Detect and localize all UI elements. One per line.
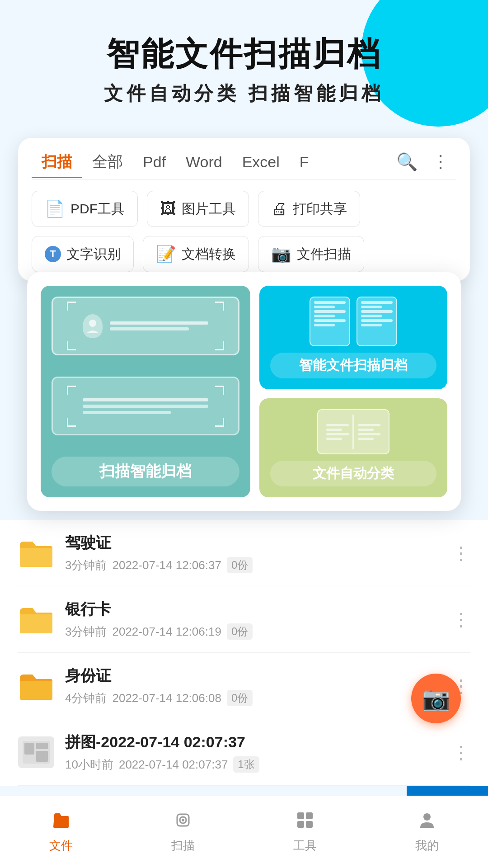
file-count-3: 0份 [227,690,253,706]
file-meta-3: 4分钟前 2022-07-14 12:06:08 0份 [65,690,441,706]
svg-rect-4 [36,751,48,762]
feature-left-label: 扫描智能归档 [52,457,239,486]
file-scan-button[interactable]: 📷 文件扫描 [258,236,364,272]
file-name-4: 拼图-2022-07-14 02:07:37 [65,732,441,753]
doc-convert-button[interactable]: 📝 文档转换 [143,236,249,272]
nav-item-files[interactable]: 文件 [0,796,122,868]
sub-title: 文件自动分类 扫描智能归档 [27,81,461,106]
file-count-2: 0份 [227,623,253,640]
camera-fab-icon: 📷 [422,685,450,712]
svg-rect-10 [297,821,304,828]
nav-label-scan: 扫描 [171,838,195,854]
search-icon[interactable]: 🔍 [389,152,425,172]
feature-smart-scan[interactable]: 智能文件扫描归档 [259,286,447,389]
tab-all[interactable]: 全部 [82,151,133,172]
file-time-4: 10小时前 [65,757,113,773]
scan-nav-icon [174,811,192,834]
svg-rect-9 [306,812,313,819]
main-title: 智能文件扫描归档 [27,36,461,72]
file-info-pintu: 拼图-2022-07-14 02:07:37 10小时前 2022-07-14 … [65,732,441,773]
file-count-4: 1张 [233,756,259,773]
more-menu-icon[interactable]: ⋮ [425,152,456,172]
nav-item-scan[interactable]: 扫描 [122,796,244,868]
file-meta-2: 3分钟前 2022-07-14 12:06:19 0份 [65,623,441,640]
file-info-shenfenzheng: 身份证 4分钟前 2022-07-14 12:06:08 0份 [65,665,441,706]
feature-right-column: 智能文件扫描归档 [259,286,447,497]
nav-item-mine[interactable]: 我的 [366,796,488,868]
file-info-jiashizheng: 驾驶证 3分钟前 2022-07-14 12:06:37 0份 [65,533,441,573]
file-scan-icon: 📷 [271,245,291,264]
svg-point-7 [182,819,184,821]
file-name-2: 银行卡 [65,599,441,620]
folder-icon-yellow-2 [18,604,54,635]
tab-excel[interactable]: Excel [232,153,290,171]
feature-scan-archive[interactable]: 扫描智能归档 [41,286,250,497]
print-tool-button[interactable]: 🖨 打印共享 [258,191,360,227]
ocr-tool-button[interactable]: T 文字识别 [32,236,134,272]
doc-card-2 [357,297,397,346]
pdf-icon: 📄 [45,199,65,218]
svg-point-0 [89,320,96,327]
pdf-tool-button[interactable]: 📄 PDF工具 [32,191,138,227]
app-card: 扫描 全部 Pdf Word Excel F 🔍 ⋮ 📄 PDF工具 🖼 图片工… [18,138,470,281]
nav-label-files: 文件 [49,838,73,854]
book-illustration [270,409,436,454]
docs-illustration [310,297,397,346]
svg-rect-2 [24,743,34,755]
feature-auto-classify[interactable]: 文件自动分类 [259,398,447,497]
file-meta-4: 10小时前 2022-07-14 02:07:37 1张 [65,756,441,773]
file-name-3: 身份证 [65,665,441,686]
tab-scan[interactable]: 扫描 [32,151,82,178]
doc-card-1 [310,297,350,346]
folder-icon-yellow [18,537,54,569]
file-time-2: 3分钟前 [65,624,107,640]
tab-f[interactable]: F [290,153,319,171]
tools-nav-icon [296,811,314,834]
print-icon: 🖨 [271,199,287,218]
doc-convert-icon: 📝 [156,245,176,264]
tool-row-2: T 文字识别 📝 文档转换 📷 文件扫描 [32,236,456,272]
more-options-2[interactable]: ⋮ [452,609,470,630]
file-meta-1: 3分钟前 2022-07-14 12:06:37 0份 [65,557,441,573]
more-options-1[interactable]: ⋮ [452,542,470,563]
tool-row-1: 📄 PDF工具 🖼 图片工具 🖨 打印共享 [32,191,456,227]
id-card-illustration [52,297,239,355]
tab-pdf[interactable]: Pdf [133,153,176,171]
file-list: 驾驶证 3分钟前 2022-07-14 12:06:37 0份 ⋮ 银行卡 3分… [0,520,488,786]
camera-fab-button[interactable]: 📷 [411,674,461,723]
feature-top-right-label: 智能文件扫描归档 [270,353,436,378]
header-section: 智能文件扫描归档 文件自动分类 扫描智能归档 [0,0,488,124]
file-item-yinhangka[interactable]: 银行卡 3分钟前 2022-07-14 12:06:19 0份 ⋮ [18,586,470,653]
file-date-3: 2022-07-14 12:06:08 [112,691,221,705]
feature-bottom-right-label: 文件自动分类 [270,461,436,486]
image-icon: 🖼 [160,199,176,218]
image-tool-button[interactable]: 🖼 图片工具 [147,191,249,227]
svg-rect-8 [297,812,304,819]
files-nav-icon [52,811,70,834]
svg-point-12 [423,813,431,821]
mine-nav-icon [418,811,436,834]
file-item-jiashizheng[interactable]: 驾驶证 3分钟前 2022-07-14 12:06:37 0份 ⋮ [18,520,470,586]
file-date-2: 2022-07-14 12:06:19 [112,625,221,639]
more-options-4[interactable]: ⋮ [452,742,470,763]
file-name-1: 驾驶证 [65,533,441,553]
file-date-1: 2022-07-14 12:06:37 [112,558,221,572]
file-item-pintu[interactable]: 拼图-2022-07-14 02:07:37 10小时前 2022-07-14 … [18,719,470,786]
svg-rect-3 [36,743,48,749]
ocr-icon: T [45,246,61,262]
bottom-navigation: 文件 扫描 工具 我的 [0,796,488,868]
tab-bar: 扫描 全部 Pdf Word Excel F 🔍 ⋮ [32,151,456,180]
doc-scan-illustration [52,377,239,435]
nav-item-tools[interactable]: 工具 [244,796,366,868]
nav-label-tools: 工具 [293,838,317,854]
nav-label-mine: 我的 [415,838,439,854]
feature-overlay: 扫描智能归档 [27,272,461,511]
file-info-yinhangka: 银行卡 3分钟前 2022-07-14 12:06:19 0份 [65,599,441,640]
file-time-1: 3分钟前 [65,557,107,573]
file-count-1: 0份 [227,557,253,573]
folder-icon-yellow-3 [18,670,54,702]
svg-rect-11 [306,821,313,828]
tab-word[interactable]: Word [176,153,232,171]
file-time-3: 4分钟前 [65,690,107,706]
file-item-shenfenzheng[interactable]: 身份证 4分钟前 2022-07-14 12:06:08 0份 ⋮ [18,653,470,719]
